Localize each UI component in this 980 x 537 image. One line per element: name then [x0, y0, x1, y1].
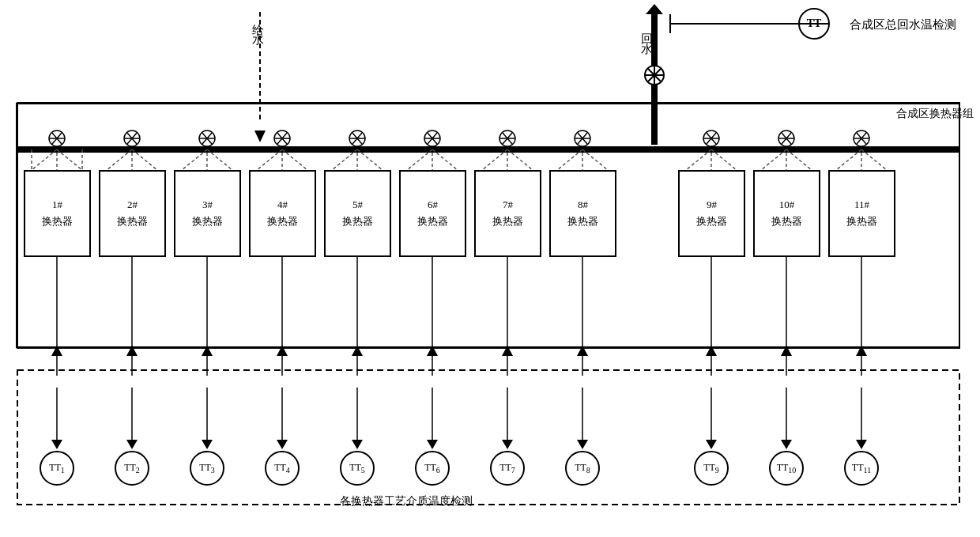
tt-main-sensor: TT	[798, 8, 830, 40]
svg-marker-142	[781, 440, 792, 449]
tt-sensor-7: TT7	[490, 451, 525, 486]
tt-sensor-8: TT8	[565, 451, 600, 486]
svg-marker-3	[646, 4, 663, 14]
tt-sensor-4: TT4	[265, 451, 300, 486]
tt-sensor-11: TT11	[844, 451, 879, 486]
svg-line-9	[648, 69, 661, 81]
diagram: 给 水 回 水 合成区总回水温检测 合成区换热器组 TT	[0, 0, 980, 537]
svg-marker-136	[577, 440, 588, 449]
svg-marker-133	[502, 440, 513, 449]
svg-marker-121	[202, 440, 213, 449]
tt-sensor-10: TT10	[769, 451, 804, 486]
tt-sensor-3: TT3	[190, 451, 224, 486]
tt-sensor-6: TT6	[415, 451, 450, 486]
label-gei-shui: 给 水	[251, 14, 266, 27]
svg-marker-127	[352, 440, 363, 449]
main-box	[16, 103, 960, 348]
svg-marker-130	[427, 440, 438, 449]
svg-marker-139	[706, 440, 717, 449]
svg-line-10	[648, 69, 661, 81]
svg-point-6	[645, 66, 664, 85]
label-hecheng-zong: 合成区总回水温检测	[850, 17, 956, 32]
tt-sensor-9: TT9	[694, 451, 729, 486]
svg-marker-115	[51, 440, 62, 449]
svg-marker-118	[126, 440, 138, 449]
svg-marker-124	[277, 440, 288, 449]
tt-sensor-2: TT2	[115, 451, 149, 486]
tt-sensor-1: TT1	[40, 451, 74, 486]
label-hui-shui: 回 水	[640, 24, 654, 36]
svg-rect-112	[17, 370, 959, 505]
bottom-label: 各换热器工艺介质温度检测	[340, 494, 473, 509]
tt-sensor-5: TT5	[340, 451, 375, 486]
svg-marker-145	[856, 440, 867, 449]
